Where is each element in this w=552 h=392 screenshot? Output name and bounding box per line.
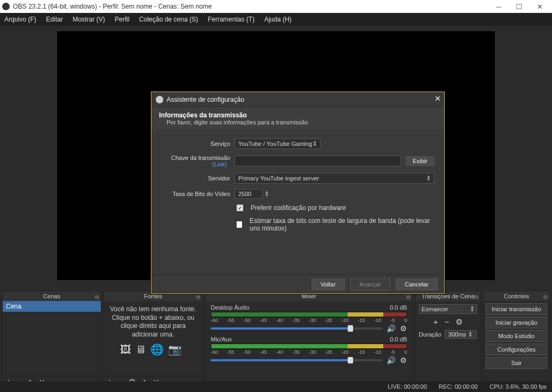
updown-icon: ▲▼: [468, 331, 473, 338]
popout-icon[interactable]: ⧉: [543, 292, 547, 302]
back-button[interactable]: Voltar: [312, 278, 345, 290]
bandwidth-test-checkbox[interactable]: [237, 221, 242, 228]
sources-empty-hint: Você não tem nenhuma fonte. Clique no bo…: [104, 301, 202, 343]
transition-select[interactable]: Esmaecer▲▼: [419, 304, 477, 314]
cancel-button[interactable]: Cancelar: [396, 278, 438, 290]
transition-settings-button[interactable]: ⚙: [456, 317, 463, 327]
start-streaming-button[interactable]: Iniciar transmissão: [486, 303, 547, 315]
wizard-title-text: Assistente de configuração: [167, 96, 244, 103]
menu-colecao[interactable]: Coleção de cena (S): [139, 16, 198, 23]
transitions-dock: Transições de Cena⧉ Esmaecer▲▼ + − ⚙ Dur…: [415, 291, 481, 388]
bandwidth-test-label: Estimar taxa de bits com teste de largur…: [250, 217, 434, 232]
menu-perfil[interactable]: Perfil: [115, 16, 129, 23]
controls-title: Controles⧉: [484, 291, 549, 301]
scenes-title: Cenas⧉: [3, 291, 101, 301]
updown-icon[interactable]: ▲▼: [265, 191, 269, 197]
window-close-button[interactable]: ✕: [529, 0, 550, 13]
next-button[interactable]: Avançar: [350, 278, 390, 290]
hardware-encoding-label: Preferir codificação por hardware: [251, 204, 346, 212]
mixer-desktop-db: 0.0 dB: [390, 304, 407, 311]
controls-dock: Controles⧉ Iniciar transmissão Iniciar g…: [483, 291, 550, 388]
service-select[interactable]: YouTube / YouTube Gaming▲▼: [234, 138, 321, 149]
close-icon[interactable]: ✕: [434, 94, 441, 103]
scene-item[interactable]: Cena: [3, 301, 101, 312]
window-minimize-button[interactable]: ─: [488, 0, 509, 13]
mixer-mic-meter: [211, 344, 407, 349]
service-label: Serviço: [161, 141, 230, 147]
speaker-icon[interactable]: 🔊: [387, 356, 396, 365]
mixer-mic-row: Mic/Aux0.0 dB -60-55-50-45-40-35-30-25-2…: [211, 336, 407, 365]
hardware-encoding-checkbox[interactable]: ✓: [237, 205, 243, 211]
obs-app-icon: [2, 3, 10, 10]
sources-dock: Fontes⧉ Você não tem nenhuma fonte. Cliq…: [104, 291, 203, 388]
wizard-heading: Informações da transmissão: [159, 111, 437, 119]
camera-icon: 📷: [168, 344, 186, 355]
window-maximize-button[interactable]: ☐: [509, 0, 529, 13]
start-recording-button[interactable]: Iniciar gravação: [486, 317, 547, 328]
mixer-mic-db: 0.0 dB: [390, 336, 407, 342]
image-icon: 🖼: [120, 344, 135, 355]
status-cpu: CPU: 3.6%, 30.00 fps: [489, 383, 547, 390]
menu-editar[interactable]: Editar: [46, 16, 63, 23]
display-icon: 🖥: [135, 344, 150, 355]
updown-icon: ▲▼: [470, 306, 474, 312]
status-bar: LIVE: 00:00:00 REC: 00:00:00 CPU: 3.6%, …: [0, 381, 552, 392]
show-key-button[interactable]: Exibir: [405, 156, 434, 166]
obs-app-icon: [156, 96, 163, 103]
gear-icon[interactable]: ⚙: [400, 356, 407, 365]
menubar: Arquivo (F) Editar Mostrar (V) Perfil Co…: [0, 13, 552, 26]
menu-ferramentas[interactable]: Ferramentas (T): [208, 16, 254, 23]
wizard-header: Informações da transmissão Por favor, di…: [151, 107, 444, 130]
mixer-ticks: -60-55-50-45-40-35-30-25-20-15-10-50: [211, 318, 407, 323]
sources-type-icons: 🖼🖥🌐📷: [104, 343, 202, 356]
menu-arquivo[interactable]: Arquivo (F): [4, 16, 36, 23]
duration-input[interactable]: 300ms▲▼: [445, 330, 477, 339]
streamkey-link[interactable]: (Link): [212, 161, 227, 167]
mixer-mic-label: Mic/Aux: [211, 336, 232, 342]
speaker-icon[interactable]: 🔊: [387, 324, 396, 333]
mixer-desktop-meter: [211, 312, 407, 317]
bitrate-label: Taxa de Bits do Vídeo: [161, 191, 230, 197]
server-label: Servidor: [161, 175, 230, 181]
exit-button[interactable]: Sair: [486, 357, 547, 369]
menu-ajuda[interactable]: Ajuda (H): [264, 16, 292, 23]
mixer-desktop-slider[interactable]: [211, 327, 382, 330]
docks-row: Cenas⧉ Cena + − ∧ ∨ Fontes⧉ Você não tem…: [0, 290, 552, 389]
streamkey-input[interactable]: [234, 156, 401, 166]
wizard-footer: Voltar Avançar Cancelar: [151, 274, 444, 293]
scenes-dock: Cenas⧉ Cena + − ∧ ∨: [2, 291, 101, 388]
add-transition-button[interactable]: +: [433, 317, 438, 327]
bitrate-input[interactable]: 2500: [234, 189, 263, 199]
gear-icon[interactable]: ⚙: [400, 324, 407, 333]
window-title: OBS 23.2.1 (64-bit, windows) - Perfil: S…: [13, 3, 212, 10]
duration-label: Duração: [419, 331, 441, 338]
remove-transition-button[interactable]: −: [445, 317, 450, 327]
studio-mode-button[interactable]: Modo Estúdio: [486, 330, 547, 342]
status-live: LIVE: 00:00:00: [388, 383, 427, 390]
mixer-ticks: -60-55-50-45-40-35-30-25-20-15-10-50: [211, 349, 407, 355]
updown-icon: ▲▼: [313, 141, 317, 147]
popout-icon[interactable]: ⧉: [474, 292, 478, 302]
mixer-mic-slider[interactable]: [211, 359, 382, 361]
settings-button[interactable]: Configurações: [486, 344, 547, 355]
status-rec: REC: 00:00:00: [439, 383, 478, 390]
wizard-titlebar[interactable]: Assistente de configuração ✕: [151, 92, 444, 107]
window-titlebar: OBS 23.2.1 (64-bit, windows) - Perfil: S…: [0, 0, 552, 13]
menu-mostrar[interactable]: Mostrar (V): [73, 16, 105, 23]
wizard-form: Serviço YouTube / YouTube Gaming▲▼ Chave…: [151, 130, 444, 242]
server-select[interactable]: Primary YouTube ingest server▲▼: [234, 173, 434, 184]
config-wizard-dialog: Assistente de configuração ✕ Informações…: [151, 92, 445, 294]
updown-icon: ▲▼: [426, 175, 431, 181]
globe-icon: 🌐: [150, 344, 168, 355]
mixer-dock: Mixer⧉ Desktop Áudio0.0 dB -60-55-50-45-…: [205, 291, 413, 388]
mixer-desktop-label: Desktop Áudio: [211, 304, 250, 311]
mixer-desktop-row: Desktop Áudio0.0 dB -60-55-50-45-40-35-3…: [211, 304, 407, 333]
popout-icon[interactable]: ⧉: [95, 292, 99, 302]
streamkey-label: Chave da transmissão: [171, 155, 230, 161]
wizard-subheading: Por favor, digite suas informações para …: [159, 119, 437, 125]
